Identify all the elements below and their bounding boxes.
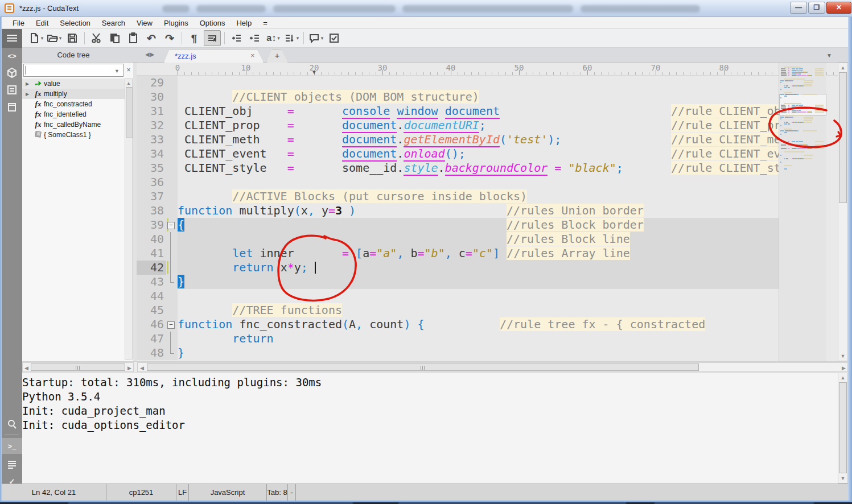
code-line-44[interactable]: 44	[137, 289, 779, 303]
console-panel-icon[interactable]: >_	[2, 438, 22, 454]
code-line-47[interactable]: 47 return	[137, 332, 779, 346]
code-line-42[interactable]: 42 return x*y;	[137, 261, 779, 275]
tree-filter-input[interactable]: ▼	[23, 64, 124, 77]
code-view-icon[interactable]: <>	[2, 48, 22, 64]
show-nonprintable-button[interactable]: ¶	[186, 30, 203, 46]
tree-item-value[interactable]: ▶value	[22, 79, 125, 89]
word-wrap-button[interactable]	[204, 30, 221, 46]
menu-item-help[interactable]: Help	[231, 18, 257, 28]
change-case-button[interactable]: a↕▾	[265, 30, 282, 46]
maximize-button[interactable]: ❒	[808, 2, 825, 14]
output-panel-icon[interactable]	[2, 456, 22, 472]
code-line-41[interactable]: 41 let inner = [a="a", b="b", c="c"] //r…	[137, 246, 779, 261]
filter-close-icon[interactable]: ×	[125, 65, 133, 75]
gutter[interactable]: 35	[137, 161, 178, 175]
gutter[interactable]: 42	[137, 261, 178, 275]
expand-arrow-icon[interactable]: ▶	[26, 92, 32, 97]
gutter[interactable]: 38	[137, 204, 178, 218]
code-line-31[interactable]: 31 CLIENT_obj = console window document …	[137, 104, 779, 118]
menu-item-options[interactable]: Options	[195, 18, 231, 28]
console-scrollbar[interactable]: ▲ ▼	[838, 373, 848, 484]
new-file-button[interactable]: ▾	[27, 30, 44, 46]
tab-close-icon[interactable]: ×	[250, 51, 255, 60]
code-editor[interactable]: 2930 //CLIENT objects (DOM BOM structure…	[137, 76, 779, 361]
gutter[interactable]: 33	[137, 133, 178, 147]
gutter[interactable]: 29	[137, 76, 178, 90]
code-line-38[interactable]: 38function multiply(x, y=3 ) //rules Uni…	[137, 204, 779, 218]
tree-item-fnccalledbyname[interactable]: fxfnc_calledByName	[22, 119, 125, 130]
console-output[interactable]: Startup: total: 310ms, including plugins…	[22, 373, 838, 484]
code-line-32[interactable]: 32 CLIENT_prop = document.documentURI; /…	[137, 118, 779, 133]
fold-toggle-icon[interactable]	[166, 218, 175, 232]
tree-item-fncidentefied[interactable]: fxfnc_identefied	[22, 109, 125, 119]
code-line-43[interactable]: 43}	[137, 275, 779, 289]
gutter[interactable]: 41	[137, 246, 178, 261]
status-caret-position[interactable]: Ln 42, Col 21	[2, 484, 106, 501]
tree-item-multiply[interactable]: ▶fxmultiply	[22, 89, 125, 99]
paste-button[interactable]	[125, 30, 142, 46]
status-extra[interactable]: -	[288, 484, 296, 501]
menu-item-view[interactable]: View	[131, 18, 158, 28]
gutter[interactable]: 37	[137, 189, 178, 204]
redo-button[interactable]: ↷	[161, 30, 178, 46]
close-button[interactable]: ✕	[826, 2, 851, 14]
menu-item-file[interactable]: File	[7, 18, 30, 28]
code-line-46[interactable]: 46function fnc_constracted(A, count) { /…	[137, 317, 779, 332]
code-line-36[interactable]: 36	[137, 175, 779, 189]
gutter[interactable]: 45	[137, 303, 178, 317]
tab-scroll-arrows[interactable]: ◀▶	[145, 51, 155, 57]
minimize-button[interactable]: —	[790, 2, 807, 14]
tree-item-fncconstracted[interactable]: fxfnc_constracted	[22, 99, 125, 109]
fold-toggle-icon[interactable]	[166, 317, 175, 332]
copy-button[interactable]	[106, 30, 124, 46]
menu-item-edit[interactable]: Edit	[31, 18, 53, 28]
code-line-48[interactable]: 48}	[137, 346, 779, 360]
gutter[interactable]: 34	[137, 147, 178, 161]
gutter[interactable]: 39	[137, 218, 178, 232]
status-tab-size[interactable]: Tab: 8	[267, 484, 288, 501]
tree-scrollbar[interactable]: ▲	[125, 79, 133, 360]
tab-list-dropdown-icon[interactable]: ▼	[826, 52, 832, 59]
gutter[interactable]: 46	[137, 317, 178, 332]
gutter[interactable]: 40	[137, 232, 178, 246]
side-list-icon[interactable]	[2, 82, 22, 98]
search-icon[interactable]	[2, 416, 22, 432]
project-icon[interactable]	[2, 99, 22, 115]
menu-item-[interactable]: =	[258, 18, 273, 28]
minimap[interactable]	[779, 63, 826, 361]
gutter[interactable]: 32	[137, 118, 178, 133]
gutter[interactable]: 31	[137, 104, 178, 118]
tab-zzz-js[interactable]: *zzz.js	[164, 49, 264, 63]
gutter[interactable]: 30	[137, 90, 178, 104]
unindent-button[interactable]	[246, 30, 264, 46]
status-lexer[interactable]: JavaScript	[189, 484, 267, 501]
code-line-39[interactable]: 39{ //rules Block border	[137, 218, 779, 232]
hamburger-menu-button[interactable]	[2, 29, 22, 48]
cut-button[interactable]	[88, 30, 105, 46]
menu-item-search[interactable]: Search	[97, 18, 130, 28]
tree-hscrollbar[interactable]: ◀ ▶	[22, 362, 134, 372]
undo-button[interactable]: ↶	[143, 30, 160, 46]
menu-item-selection[interactable]: Selection	[55, 18, 95, 28]
tree-item-someclass1[interactable]: { SomeClass1 }	[22, 130, 125, 140]
status-encoding[interactable]: cp1251	[106, 484, 176, 501]
editor-vertical-scrollbar[interactable]: ▲ ▼	[838, 63, 848, 361]
menu-item-plugins[interactable]: Plugins	[159, 18, 194, 28]
status-line-ends[interactable]: LF	[176, 484, 189, 501]
code-line-35[interactable]: 35 CLIENT_style = some__id.style.backgro…	[137, 161, 779, 175]
expand-arrow-icon[interactable]: ▶	[26, 81, 32, 86]
indent-button[interactable]	[228, 30, 245, 46]
gutter[interactable]: 48	[137, 346, 178, 360]
gutter[interactable]: 43	[137, 275, 178, 289]
code-line-45[interactable]: 45 //TREE functions	[137, 303, 779, 317]
code-line-37[interactable]: 37 //ACTIVE Blocks (put cursore inside b…	[137, 189, 779, 204]
save-button[interactable]	[64, 30, 81, 46]
code-line-29[interactable]: 29	[137, 76, 779, 90]
gutter[interactable]: 47	[137, 332, 178, 346]
package-icon[interactable]	[2, 65, 22, 81]
gutter[interactable]: 44	[137, 289, 178, 303]
open-file-button[interactable]: ▾	[46, 30, 63, 46]
code-line-30[interactable]: 30 //CLIENT objects (DOM BOM structure)	[137, 90, 779, 104]
code-line-34[interactable]: 34 CLIENT_event = document.onload(); //r…	[137, 147, 779, 161]
gutter[interactable]: 36	[137, 175, 178, 189]
